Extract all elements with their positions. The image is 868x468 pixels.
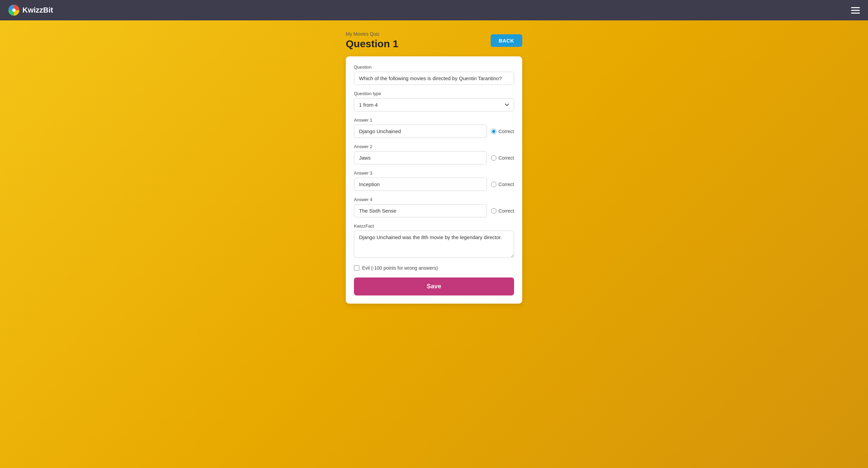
answer-3-correct-label[interactable]: Correct — [491, 182, 514, 187]
answer-2-correct-label[interactable]: Correct — [491, 155, 514, 161]
answer-1-correct-radio[interactable] — [491, 129, 496, 134]
evil-checkbox[interactable] — [354, 265, 359, 271]
hamburger-menu[interactable] — [851, 7, 860, 14]
answer-4-label: Answer 4 — [354, 197, 514, 202]
answer-2-label: Answer 2 — [354, 144, 514, 149]
answer-4-group: Answer 4 Correct — [354, 197, 514, 217]
breadcrumb: My Movies Quiz — [346, 31, 398, 37]
svg-point-1 — [12, 8, 16, 12]
answer-3-correct-text: Correct — [498, 182, 514, 187]
content-wrapper: My Movies Quiz Question 1 BACK Question … — [346, 31, 522, 452]
question-input[interactable] — [354, 72, 514, 85]
question-type-group: Question type 1 from 4 — [354, 91, 514, 111]
app-header: KwizzBit — [0, 0, 868, 20]
answer-1-correct-label[interactable]: Correct — [491, 129, 514, 134]
kwizzfact-group: KwizzFact — [354, 223, 514, 259]
save-button[interactable]: Save — [354, 277, 514, 295]
answer-3-input[interactable] — [354, 178, 487, 191]
page-header: My Movies Quiz Question 1 BACK — [346, 31, 522, 50]
answer-3-group: Answer 3 Correct — [354, 170, 514, 191]
answer-4-correct-label[interactable]: Correct — [491, 208, 514, 214]
answer-4-correct-text: Correct — [498, 208, 514, 214]
answer-2-group: Answer 2 Correct — [354, 144, 514, 164]
title-group: My Movies Quiz Question 1 — [346, 31, 398, 50]
main-content: My Movies Quiz Question 1 BACK Question … — [0, 20, 868, 468]
question-label: Question — [354, 65, 514, 70]
logo-icon — [8, 4, 20, 16]
question-type-select[interactable]: 1 from 4 — [354, 98, 514, 111]
hamburger-line-3 — [851, 13, 860, 14]
answer-4-correct-radio[interactable] — [491, 208, 496, 214]
evil-checkbox-row: Evil (-100 points for wrong answers) — [354, 265, 514, 271]
page-title-row: My Movies Quiz Question 1 BACK — [346, 31, 522, 50]
evil-label[interactable]: Evil (-100 points for wrong answers) — [362, 265, 438, 271]
logo-text: KwizzBit — [22, 6, 53, 15]
kwizzfact-textarea[interactable] — [354, 231, 514, 258]
answer-4-row: Correct — [354, 204, 514, 217]
answer-3-correct-radio[interactable] — [491, 182, 496, 187]
answer-1-label: Answer 1 — [354, 118, 514, 123]
answer-2-row: Correct — [354, 151, 514, 164]
back-button[interactable]: BACK — [491, 34, 522, 47]
question-group: Question — [354, 65, 514, 85]
answer-2-correct-text: Correct — [498, 155, 514, 161]
answer-4-input[interactable] — [354, 204, 487, 217]
logo: KwizzBit — [8, 4, 53, 16]
hamburger-line-2 — [851, 10, 860, 11]
answer-1-group: Answer 1 Correct — [354, 118, 514, 138]
answer-1-input[interactable] — [354, 125, 487, 138]
answer-2-correct-radio[interactable] — [491, 155, 496, 161]
kwizzfact-label: KwizzFact — [354, 223, 514, 229]
answer-3-label: Answer 3 — [354, 170, 514, 176]
hamburger-line-1 — [851, 7, 860, 8]
answer-1-correct-text: Correct — [498, 129, 514, 134]
question-type-label: Question type — [354, 91, 514, 96]
answer-1-row: Correct — [354, 125, 514, 138]
form-card: Question Question type 1 from 4 Answer 1… — [346, 56, 522, 304]
answer-2-input[interactable] — [354, 151, 487, 164]
page-title: Question 1 — [346, 38, 398, 50]
answer-3-row: Correct — [354, 178, 514, 191]
